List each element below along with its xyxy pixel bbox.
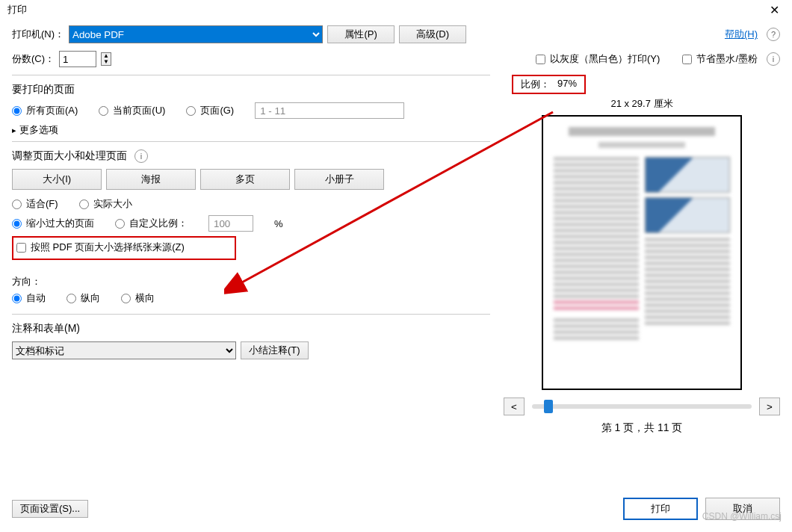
pages-radio[interactable]: 页面(G) [186,104,234,117]
advanced-button[interactable]: 高级(D) [399,25,466,43]
scale-display-box: 比例： 97% [512,75,586,94]
fit-radio[interactable]: 适合(F) [12,197,58,211]
current-page-radio[interactable]: 当前页面(U) [99,104,165,117]
page-setup-button[interactable]: 页面设置(S)... [12,500,88,518]
pages-section-title: 要打印的页面 [12,83,490,96]
size-help-icon[interactable]: i [134,149,148,163]
custom-scale-input[interactable] [208,215,253,232]
page-dimensions: 21 x 29.7 厘米 [504,97,780,111]
all-pages-radio[interactable]: 所有页面(A) [12,104,78,117]
tab-multi[interactable]: 多页 [200,169,290,190]
orientation-label: 方向： [12,275,490,288]
tab-booklet[interactable]: 小册子 [294,169,384,190]
pdf-paper-source-checkbox[interactable]: 按照 PDF 页面大小选择纸张来源(Z) [16,241,230,254]
tab-poster[interactable]: 海报 [106,169,196,190]
page-info: 第 1 页，共 11 页 [504,421,780,435]
scale-label: 比例： [521,78,550,91]
orient-landscape-radio[interactable]: 横向 [121,291,155,305]
save-ink-checkbox[interactable]: 节省墨水/墨粉 [682,52,758,66]
more-options-toggle[interactable]: 更多选项 [12,123,490,137]
shrink-radio[interactable]: 缩小过大的页面 [12,217,94,230]
ink-help-icon[interactable]: i [767,52,780,66]
grayscale-checkbox[interactable]: 以灰度（黑白色）打印(Y) [536,52,660,66]
copies-spinner[interactable]: ▲▼ [101,52,111,66]
help-link[interactable]: 帮助(H) [725,28,758,41]
close-icon[interactable]: ✕ [759,3,789,17]
comments-select[interactable]: 文档和标记 [12,341,236,359]
print-button[interactable]: 打印 [623,498,698,520]
custom-scale-radio[interactable]: 自定义比例： [115,217,188,230]
actual-size-radio[interactable]: 实际大小 [79,197,132,211]
size-section-title: 调整页面大小和处理页面 [12,149,127,163]
copies-input[interactable] [59,51,96,67]
scale-value: 97% [557,78,577,91]
printer-select[interactable]: Adobe PDF [69,25,323,43]
watermark: CSDN @William.csj [702,511,782,522]
print-preview [542,115,742,390]
page-range-input[interactable] [255,102,404,119]
orient-auto-radio[interactable]: 自动 [12,291,46,305]
copies-label: 份数(C)： [12,52,55,66]
orient-portrait-radio[interactable]: 纵向 [66,291,100,305]
tab-size[interactable]: 大小(I) [12,169,102,190]
page-slider[interactable] [532,404,752,409]
help-icon[interactable]: ? [767,28,780,41]
dialog-title: 打印 [7,3,27,16]
prev-page-button[interactable]: < [504,398,525,415]
next-page-button[interactable]: > [759,398,780,415]
summary-comments-button[interactable]: 小结注释(T) [241,341,309,359]
printer-label: 打印机(N)： [12,28,64,41]
comments-section-title: 注释和表单(M) [12,322,490,335]
properties-button[interactable]: 属性(P) [327,25,395,43]
